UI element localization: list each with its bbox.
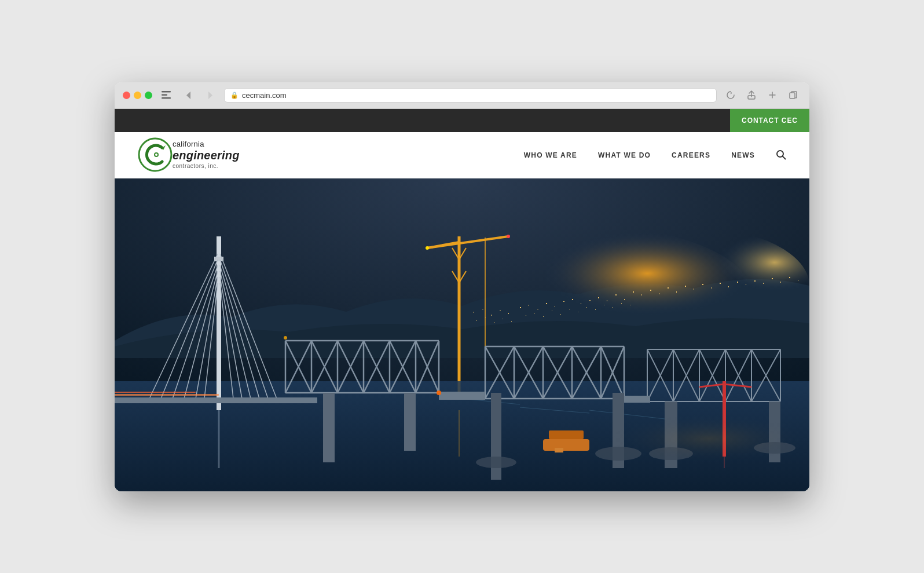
svg-rect-38 [694,289,694,290]
nav-links-container: WHO WE ARE WHAT WE DO CAREERS NEWS [524,149,786,160]
logo-text: california engineering contractors, inc. [173,140,240,169]
svg-rect-1 [162,94,167,96]
contact-cec-button[interactable]: CONTACT CEC [730,109,809,132]
svg-rect-55 [511,321,512,322]
nav-links-list: WHO WE ARE WHAT WE DO CAREERS NEWS [524,149,786,160]
svg-rect-24 [572,299,573,300]
svg-rect-14 [482,309,483,309]
svg-rect-17 [508,313,509,314]
hero-svg [115,178,809,491]
svg-rect-25 [581,303,581,304]
fullscreen-button[interactable] [145,92,152,99]
svg-rect-26 [589,300,591,301]
svg-point-78 [507,235,510,238]
svg-rect-51 [476,320,477,321]
svg-rect-56 [526,315,526,316]
svg-rect-97 [115,397,317,403]
browser-toolbar: 🔒 cecmain.com [115,82,809,109]
toolbar-actions [723,89,801,101]
svg-rect-13 [474,312,474,313]
logo-engineering: engineering [173,149,240,162]
forward-button[interactable] [202,89,218,101]
nav-link-careers[interactable]: CAREERS [672,151,710,159]
logo-icon [138,137,173,172]
copy-window-button[interactable] [785,89,801,101]
nav-item-careers[interactable]: CAREERS [672,149,710,160]
svg-rect-57 [534,313,535,313]
svg-rect-44 [746,284,746,285]
logo-california: california [173,140,240,148]
svg-rect-42 [728,286,729,287]
main-navigation: california engineering contractors, inc.… [115,132,809,178]
svg-rect-65 [604,305,604,305]
svg-point-180 [284,336,287,340]
nav-item-news[interactable]: NEWS [731,149,755,160]
svg-rect-20 [537,309,538,309]
search-icon[interactable] [776,149,786,160]
address-bar[interactable]: 🔒 cecmain.com [224,88,717,103]
svg-point-77 [426,246,429,250]
svg-rect-67 [621,303,622,304]
nav-link-news[interactable]: NEWS [731,151,755,159]
svg-rect-47 [772,278,773,279]
svg-rect-32 [641,294,642,295]
svg-rect-121 [323,393,335,462]
svg-rect-60 [560,314,561,315]
svg-rect-30 [624,299,625,300]
svg-rect-28 [607,300,607,301]
nav-link-what-we-do[interactable]: WHAT WE DO [598,151,651,159]
svg-rect-167 [439,392,485,400]
share-button[interactable] [743,89,760,101]
svg-rect-34 [659,293,659,294]
website-content: CONTACT CEC california [115,109,809,491]
nav-item-search[interactable] [776,149,786,160]
svg-rect-43 [737,282,738,283]
svg-rect-61 [569,309,570,309]
svg-rect-98 [115,394,219,396]
hero-section [115,178,809,491]
svg-rect-59 [552,311,552,311]
svg-rect-99 [115,392,196,393]
browser-window: 🔒 cecmain.com [115,82,809,491]
hero-image [115,178,809,491]
svg-rect-22 [555,306,555,307]
reload-button[interactable] [723,89,739,101]
traffic-lights [123,92,152,99]
svg-rect-46 [763,283,764,284]
svg-rect-122 [404,393,416,451]
svg-rect-33 [650,290,651,291]
nav-item-who-we-are[interactable]: WHO WE ARE [524,149,577,160]
svg-point-7 [155,154,157,156]
svg-rect-31 [633,291,634,293]
url-text: cecmain.com [242,91,287,100]
svg-rect-4 [790,93,795,98]
svg-rect-178 [474,410,809,491]
minimize-button[interactable] [134,92,141,99]
svg-rect-16 [500,311,501,311]
svg-rect-27 [598,297,599,298]
nav-link-who-we-are[interactable]: WHO WE ARE [524,151,577,159]
svg-rect-66 [613,307,613,308]
svg-rect-15 [491,315,492,316]
svg-rect-168 [624,396,650,403]
close-button[interactable] [123,92,130,99]
logo-contractors: contractors, inc. [173,163,240,169]
sidebar-toggle-button[interactable] [158,89,174,101]
svg-rect-36 [676,291,677,293]
security-lock-icon: 🔒 [230,92,239,99]
svg-rect-18 [520,307,521,308]
svg-rect-58 [543,316,544,317]
new-tab-button[interactable] [764,89,780,101]
logo[interactable]: california engineering contractors, inc. [138,137,524,172]
svg-point-12 [578,228,809,344]
svg-rect-19 [529,305,529,306]
svg-rect-2 [162,97,171,99]
svg-point-179 [437,390,441,395]
svg-rect-35 [668,287,669,289]
svg-rect-45 [754,280,756,282]
back-button[interactable] [180,89,196,101]
svg-rect-41 [720,283,721,284]
nav-item-what-we-do[interactable]: WHAT WE DO [598,149,651,160]
svg-rect-39 [702,284,703,285]
svg-rect-68 [630,305,630,305]
